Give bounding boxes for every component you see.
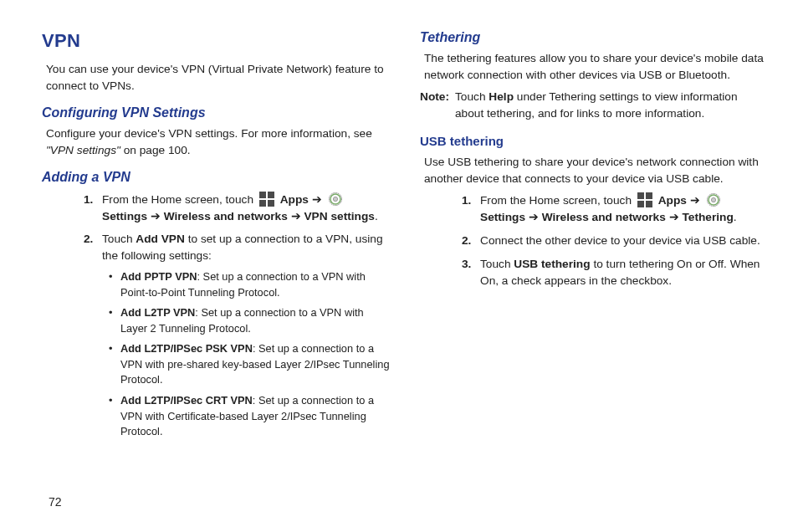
heading-config-vpn: Configuring VPN Settings xyxy=(42,103,390,122)
step-2: 2. Touch Add VPN to set up a connection … xyxy=(84,231,390,444)
bullet-icon: • xyxy=(109,305,120,336)
bullet-icon: • xyxy=(109,341,120,388)
arrow-icon: ➔ xyxy=(690,194,703,207)
wireless-label: Wireless and networks xyxy=(164,210,288,223)
config-tail: on page 100. xyxy=(120,144,191,156)
step2-a: Touch xyxy=(102,233,136,245)
vpn-settings-label: VPN settings xyxy=(304,210,374,223)
heading-usb-tethering: USB tethering xyxy=(420,132,768,151)
list-item: • Add L2TP/IPSec PSK VPN: Set up a conne… xyxy=(109,341,390,388)
svg-point-3 xyxy=(711,197,715,202)
help-label: Help xyxy=(489,90,514,103)
right-column: Tethering The tethering features allow y… xyxy=(420,25,768,456)
list-item: • Add PPTP VPN: Set up a connection to a… xyxy=(109,269,390,300)
svg-point-1 xyxy=(333,197,337,201)
arrow-icon: ➔ xyxy=(151,210,164,223)
apps-label: Apps xyxy=(658,194,687,207)
add-vpn-label: Add VPN xyxy=(136,233,185,245)
step-body: Connect the other device to your device … xyxy=(480,233,768,249)
note-a: Touch xyxy=(455,90,489,103)
step-2: 2. Connect the other device to your devi… xyxy=(462,233,768,249)
heading-adding-vpn: Adding a VPN xyxy=(42,167,390,187)
step-number: 2. xyxy=(84,231,102,444)
config-ref: "VPN settings" xyxy=(46,144,120,156)
page-content: VPN You can use your device's VPN (Virtu… xyxy=(0,0,798,464)
settings-label: Settings xyxy=(102,210,147,223)
vpn-types-list: • Add PPTP VPN: Set up a connection to a… xyxy=(109,269,390,439)
note-body: Touch Help under Tethering settings to v… xyxy=(455,89,768,122)
bullet-title: Add L2TP/IPSec PSK VPN xyxy=(120,342,253,355)
apps-icon xyxy=(637,192,652,207)
apps-label: Apps xyxy=(280,193,309,206)
settings-icon xyxy=(328,192,343,207)
arrow-icon: ➔ xyxy=(312,193,325,206)
usb-steps: 1. From the Home screen, touch Apps ➔ Se… xyxy=(420,192,768,289)
apps-icon xyxy=(259,192,274,207)
r-step1-pre: From the Home screen, touch xyxy=(480,194,635,207)
period: . xyxy=(375,210,378,223)
step-3: 3. Touch USB tethering to turn tethering… xyxy=(462,256,768,289)
arrow-icon: ➔ xyxy=(291,210,304,223)
step-body: Touch Add VPN to set up a connection to … xyxy=(102,231,390,444)
step-number: 2. xyxy=(462,233,480,249)
usb-tethering-label: USB tethering xyxy=(514,258,590,270)
arrow-icon: ➔ xyxy=(529,211,542,223)
step-number: 3. xyxy=(462,256,480,289)
tethering-intro: The tethering features allow you to shar… xyxy=(424,50,768,84)
step-body: From the Home screen, touch Apps ➔ Setti… xyxy=(102,192,390,225)
config-text: Configure your device's VPN settings. Fo… xyxy=(46,127,372,140)
note: Note: Touch Help under Tethering setting… xyxy=(420,89,768,122)
step-number: 1. xyxy=(84,192,102,225)
period: . xyxy=(734,211,737,223)
vpn-intro: You can use your device's VPN (Virtual P… xyxy=(46,61,390,95)
step-body: Touch USB tethering to turn tethering On… xyxy=(480,256,768,289)
list-item: • Add L2TP/IPSec CRT VPN: Set up a conne… xyxy=(109,393,390,440)
heading-vpn: VPN xyxy=(42,28,390,54)
step1-pre: From the Home screen, touch xyxy=(102,193,257,206)
step-1: 1. From the Home screen, touch Apps ➔ Se… xyxy=(84,192,390,225)
bullet-icon: • xyxy=(109,393,120,440)
step3-a: Touch xyxy=(480,258,514,270)
bullet-title: Add PPTP VPN xyxy=(120,270,197,283)
add-vpn-steps: 1. From the Home screen, touch Apps ➔ Se… xyxy=(42,192,390,445)
tethering-label: Tethering xyxy=(682,211,733,223)
step-body: From the Home screen, touch Apps ➔ Setti… xyxy=(480,192,768,226)
page-number: 72 xyxy=(49,495,62,509)
step-number: 1. xyxy=(462,192,480,226)
wireless-label: Wireless and networks xyxy=(542,211,666,223)
settings-label: Settings xyxy=(480,211,525,223)
bullet-icon: • xyxy=(109,269,120,300)
step-1: 1. From the Home screen, touch Apps ➔ Se… xyxy=(462,192,768,226)
heading-tethering: Tethering xyxy=(420,28,768,47)
list-item: • Add L2TP VPN: Set up a connection to a… xyxy=(109,305,390,336)
note-label: Note: xyxy=(420,89,455,122)
arrow-icon: ➔ xyxy=(669,211,683,223)
usb-intro: Use USB tethering to share your device's… xyxy=(424,154,768,187)
settings-icon xyxy=(706,192,721,207)
config-para: Configure your device's VPN settings. Fo… xyxy=(46,125,390,159)
bullet-title: Add L2TP/IPSec CRT VPN xyxy=(120,394,253,407)
bullet-title: Add L2TP VPN xyxy=(120,306,195,319)
left-column: VPN You can use your device's VPN (Virtu… xyxy=(42,25,390,456)
